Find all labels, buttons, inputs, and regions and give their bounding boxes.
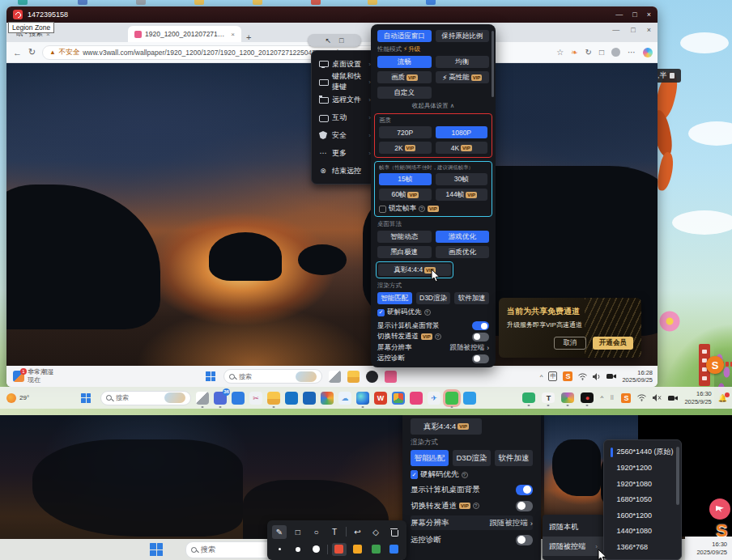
desktop-folder-icon[interactable] [368,0,377,5]
split-screen-icon[interactable]: □ [599,48,604,57]
follow-remote-option[interactable]: 跟随被控端› [543,537,604,556]
pen-tool-icon[interactable]: ✎ [272,525,287,539]
speaker-icon[interactable] [593,373,601,380]
pointer-mode-icon[interactable]: ↖ [326,36,332,45]
keep-ratio-button[interactable]: 保持原始比例 [436,30,490,42]
favorite-star-icon[interactable]: ☆ [556,48,564,57]
color-blue-swatch[interactable] [387,543,402,556]
copilot-icon[interactable] [643,48,653,57]
hidden-icons-caret[interactable]: ^ [540,373,543,380]
remote-control-mini-toolbar[interactable]: ↖ □ [308,34,361,47]
dropdown-scrollbar[interactable] [676,447,679,505]
mode-balanced-button[interactable]: 均衡 [436,56,490,68]
sunlogin-tray-icon[interactable]: S [563,371,572,381]
mode-highperf-button[interactable]: ⚡高性能VIP [436,71,490,83]
local-search-box[interactable]: 搜索 [100,391,191,405]
algo-smart-button[interactable]: 智能动态 [377,231,432,243]
tray-app-t-icon[interactable]: T [542,392,555,403]
teams-chat-icon[interactable]: 36 [214,392,227,405]
switch-channel-toggle[interactable] [472,333,489,342]
sunlogin-floating-ball[interactable]: S [706,356,724,374]
ellipse-tool-icon[interactable]: ○ [309,525,323,539]
fps-15-button[interactable]: 15帧 [379,173,432,185]
extensions-icon[interactable]: ↻ [585,48,592,57]
res-720p-button[interactable]: 720P [379,126,432,138]
diagnosis-toggle[interactable] [516,535,533,545]
chrome-icon[interactable] [392,392,405,405]
task-view-icon[interactable] [196,392,209,405]
eraser-icon[interactable]: ◇ [368,525,383,539]
mode-smooth-button[interactable]: 流畅 [377,56,432,68]
snipping-tool-icon[interactable]: ✂ [249,392,262,405]
resolution-option-current[interactable]: 2560*1440 (原始) [604,444,681,460]
browser-minimize-icon[interactable]: — [612,26,619,34]
truecolor-button[interactable]: 真彩4:4:4VIP [411,418,482,435]
color-orange-swatch[interactable] [351,543,365,556]
session-camera-icon[interactable] [606,373,616,380]
speaker-muted-icon[interactable] [653,394,662,401]
stroke-size-large[interactable] [309,543,323,556]
hidden-icons-caret[interactable]: ^ [600,394,603,401]
paint-icon[interactable] [321,392,334,405]
minimize-icon[interactable]: — [615,11,623,19]
show-desktop-bg-toggle[interactable] [516,485,533,495]
edge-browser-icon[interactable] [356,392,369,405]
resolution-option[interactable]: 1680*1050 [604,492,681,508]
help-icon[interactable]: ? [424,309,431,316]
start-button[interactable] [150,543,163,556]
promo-cancel-button[interactable]: 取消 [554,337,586,350]
follow-local-option[interactable]: 跟随本机 [543,517,604,537]
resolution-option[interactable]: 1440*1080 [604,524,681,540]
stroke-size-medium[interactable] [291,543,305,556]
trash-icon[interactable] [387,525,402,539]
local-start-button[interactable] [81,393,91,403]
pink-app-icon[interactable] [410,392,423,405]
stroke-size-small[interactable] [272,543,287,556]
resolution-option[interactable]: 1920*1080 [604,476,681,492]
local-clock[interactable]: 16:30 2025/9/25 [684,390,711,405]
profile-avatar[interactable] [611,48,620,57]
resolution-option[interactable]: 1920*1200 [604,460,681,477]
help-icon[interactable]: ? [462,472,468,478]
res-1080p-button[interactable]: 1080P [436,126,488,138]
mode-custom-button[interactable]: 自定义 [377,87,432,99]
resolution-option[interactable]: 1366*768 [604,539,681,555]
notification-bell-icon[interactable]: 🔔 [718,394,727,402]
desktop-shortcut-icon[interactable] [136,0,146,5]
menu-item-remote-files[interactable]: 远程文件› [312,91,378,108]
bilibili-app-icon[interactable] [385,371,397,383]
res-4k-button[interactable]: 4KVIP [436,142,488,154]
outlook-icon[interactable] [303,392,316,405]
wifi-icon[interactable] [578,373,587,380]
text-tool-icon[interactable]: T [327,525,342,539]
desktop-shortcut-icon[interactable] [78,0,87,5]
upgrade-link[interactable]: 升级 [408,45,420,53]
render-d3d-button[interactable]: D3D渲染 [453,450,491,466]
back-icon[interactable]: ← [13,48,22,57]
remote-clock[interactable]: 16:28 2025/09/25 [622,369,653,384]
remote-weather-widget[interactable]: 1 非常潮湿 现在 [13,368,53,384]
mode-quality-button[interactable]: 画质VIP [377,71,432,83]
menu-item-desktop-settings[interactable]: 桌面设置› [312,55,378,73]
res-2k-button[interactable]: 2KVIP [379,142,432,154]
menu-item-interaction[interactable]: 互动› [312,108,378,126]
close-icon[interactable]: × [647,11,651,19]
hw-decode-checkbox[interactable]: ✓ [377,309,385,316]
desktop-shortcut-icon[interactable] [18,0,28,5]
algo-game-button[interactable]: 游戏优化 [436,231,490,243]
help-icon[interactable]: ? [435,333,441,340]
menu-item-end-session[interactable]: ⊗结束远控 [312,162,378,180]
tray-app-brush-icon[interactable] [561,392,574,403]
wechat-icon[interactable] [445,392,458,405]
help-icon[interactable]: ? [473,503,479,509]
browser-close-icon[interactable]: × [647,26,651,34]
tab-close-icon[interactable]: × [231,31,235,38]
not-secure-label[interactable]: 不安全 [59,48,80,57]
menu-item-keyboard-shortcuts[interactable]: 键鼠和快捷键› [312,73,378,91]
local-weather-widget[interactable]: 29° [6,393,29,403]
wps-icon[interactable]: W [374,392,387,405]
screen-resolution-row[interactable]: 屏幕分辨率 跟随被控端› [377,342,489,354]
qq-icon[interactable]: ● [581,392,594,403]
remote-window-titlebar[interactable]: 1472395158 — □ × [6,6,658,23]
remote-search-box[interactable]: 搜索 [223,369,322,384]
